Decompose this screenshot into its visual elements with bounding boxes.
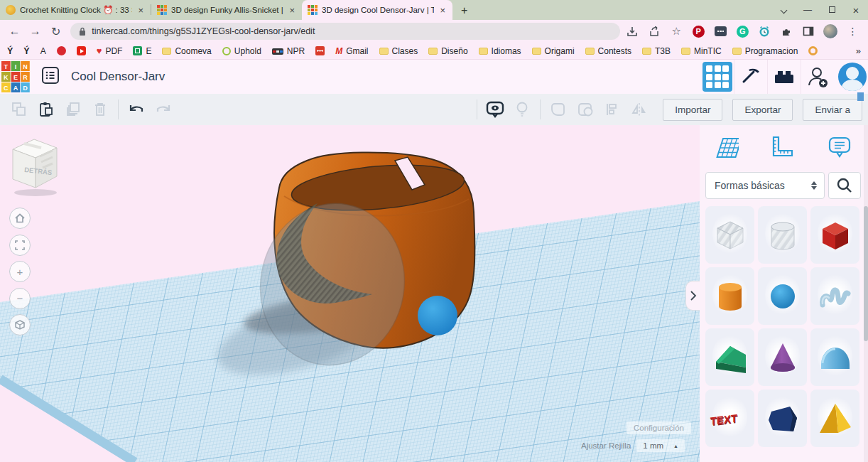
sphere-object[interactable] <box>418 296 457 335</box>
bookmarks-overflow-icon[interactable]: » <box>856 45 861 56</box>
ruler-tool-icon[interactable] <box>766 132 798 163</box>
shape-tile-pyramid[interactable] <box>810 390 859 447</box>
extensions-puzzle-icon[interactable] <box>777 25 796 38</box>
search-shapes-button[interactable] <box>828 172 861 199</box>
import-button[interactable]: Importar <box>663 99 722 121</box>
shape-tile-scribble[interactable] <box>810 267 859 325</box>
pinterest-extension-icon[interactable]: P <box>689 26 708 38</box>
export-button[interactable]: Exportar <box>732 99 793 121</box>
workplane-tool-icon[interactable] <box>708 132 739 163</box>
snap-grid-select[interactable]: 1 mm▲ <box>636 439 685 452</box>
account-avatar[interactable] <box>838 63 867 91</box>
tab-search-chevron-icon[interactable] <box>771 5 796 15</box>
bookmark-orange-ring[interactable] <box>808 46 818 55</box>
close-tab-icon[interactable]: × <box>288 5 296 16</box>
bookmark-mintic[interactable]: MinTIC <box>681 46 722 56</box>
paste-button[interactable] <box>33 97 60 122</box>
duplicate-button[interactable] <box>60 97 87 122</box>
notes-comment-button[interactable] <box>482 97 509 122</box>
bookmark-y2[interactable]: Ý <box>23 46 29 56</box>
shape-tile-cylinder[interactable] <box>705 267 754 325</box>
scrollbar-thumb[interactable] <box>864 206 868 341</box>
tab-crochet-clock[interactable]: Crochet Knitting Clock ⏰ : 33 St × <box>0 0 151 20</box>
back-button[interactable]: ← <box>6 25 23 38</box>
bookmark-programacion[interactable]: Programacion <box>732 46 798 56</box>
shape-tile-hole-cylinder[interactable] <box>758 206 807 264</box>
bookmark-red-dots[interactable] <box>315 46 325 55</box>
new-tab-button[interactable]: + <box>452 4 476 20</box>
view-cube[interactable]: DETRÁS <box>6 131 68 200</box>
reload-button[interactable]: ↻ <box>47 25 65 38</box>
bookmark-clases[interactable]: Clases <box>379 46 418 56</box>
panel-collapse-handle[interactable] <box>685 281 700 311</box>
maximize-button[interactable] <box>820 5 844 15</box>
address-bar[interactable]: tinkercad.com/things/g5SJ1ZYEGsl-cool-de… <box>70 23 619 40</box>
shape-tile-box[interactable] <box>810 206 859 264</box>
profile-avatar[interactable] <box>821 24 840 38</box>
alarm-clock-extension-icon[interactable] <box>755 25 774 38</box>
settings-button[interactable]: Configuración <box>626 421 691 434</box>
design-title[interactable]: Cool Densor-Jarv <box>71 70 165 84</box>
shape-tile-cone[interactable] <box>758 328 807 386</box>
shape-category-select[interactable]: Formas básicas <box>705 172 825 199</box>
shape-tile-polygon[interactable] <box>758 390 807 447</box>
lightbulb-button[interactable] <box>509 97 536 122</box>
grammarly-extension-icon[interactable]: G <box>733 26 752 38</box>
minecraft-pickaxe-button[interactable] <box>734 60 767 94</box>
download-icon[interactable] <box>623 25 642 38</box>
bookmark-origami[interactable]: Origami <box>532 46 575 56</box>
bookmark-y1[interactable]: Ý <box>7 46 13 56</box>
tab-cool-densor-jarv[interactable]: 3D design Cool Densor-Jarv | Tin × <box>302 0 452 20</box>
bookmark-contests[interactable]: Contests <box>585 46 631 56</box>
close-window-button[interactable]: × <box>844 4 868 16</box>
bookmark-coomeva[interactable]: Coomeva <box>162 46 211 56</box>
zoom-out-button[interactable]: − <box>9 288 31 309</box>
browser-menu-icon[interactable]: ⋮ <box>843 26 862 37</box>
undo-button[interactable] <box>123 97 150 122</box>
redo-button[interactable] <box>150 97 177 122</box>
bookmark-mega[interactable] <box>57 46 66 55</box>
shape-tile-roof[interactable] <box>705 328 754 386</box>
forward-button[interactable]: → <box>26 25 44 38</box>
shape-tile-hole-box[interactable] <box>705 206 754 264</box>
delete-button[interactable] <box>87 97 114 122</box>
bookmark-sheets-e[interactable]: E <box>133 46 151 56</box>
notes-tool-icon[interactable] <box>824 132 855 163</box>
close-tab-icon[interactable]: × <box>438 5 447 16</box>
send-to-button[interactable]: Enviar a <box>803 99 862 121</box>
bookmark-gmail[interactable]: MGmail <box>335 46 368 56</box>
tab-funky-allis-snicket[interactable]: 3D design Funky Allis-Snicket | T × <box>151 0 302 20</box>
bookmark-pdf[interactable]: ♥PDF <box>97 46 123 56</box>
bookmark-star-icon[interactable]: ☆ <box>667 25 686 38</box>
share-icon[interactable] <box>645 25 664 38</box>
zoom-in-button[interactable]: + <box>9 261 31 282</box>
fit-view-button[interactable] <box>9 235 31 256</box>
perspective-toggle-button[interactable] <box>9 314 31 335</box>
close-tab-icon[interactable]: × <box>136 5 145 16</box>
design-menu-icon[interactable] <box>41 66 60 87</box>
shape-tile-round-roof[interactable] <box>810 328 859 386</box>
shape-tile-sphere[interactable] <box>758 267 807 325</box>
group-button[interactable] <box>545 97 572 122</box>
tinkercad-logo[interactable]: TIN KER CAD <box>1 61 30 92</box>
panel-scrollbar[interactable] <box>864 125 868 462</box>
bookmark-npr[interactable]: NPR <box>272 46 305 56</box>
3d-viewport[interactable] <box>0 125 700 462</box>
bookmark-a[interactable]: A <box>40 46 46 56</box>
copy-button[interactable] <box>6 97 33 122</box>
align-button[interactable] <box>599 97 626 122</box>
bookmark-uphold[interactable]: Uphold <box>222 46 261 56</box>
invite-person-button[interactable] <box>801 60 834 94</box>
bricks-button[interactable] <box>767 60 801 94</box>
bookmark-youtube[interactable] <box>77 46 86 55</box>
ungroup-button[interactable] <box>572 97 599 122</box>
mirror-flip-button[interactable] <box>626 97 653 122</box>
bookmark-t3b[interactable]: T3B <box>642 46 671 56</box>
bookmark-idiomas[interactable]: Idiomas <box>479 46 521 56</box>
minimize-button[interactable]: — <box>796 5 820 15</box>
side-panel-icon[interactable] <box>799 25 818 38</box>
shape-tile-text[interactable]: TEXTTEXT <box>705 390 754 447</box>
bookmark-diseno[interactable]: Diseño <box>428 46 467 56</box>
home-view-button[interactable] <box>9 208 31 229</box>
dashboard-grid-button[interactable] <box>702 62 732 92</box>
